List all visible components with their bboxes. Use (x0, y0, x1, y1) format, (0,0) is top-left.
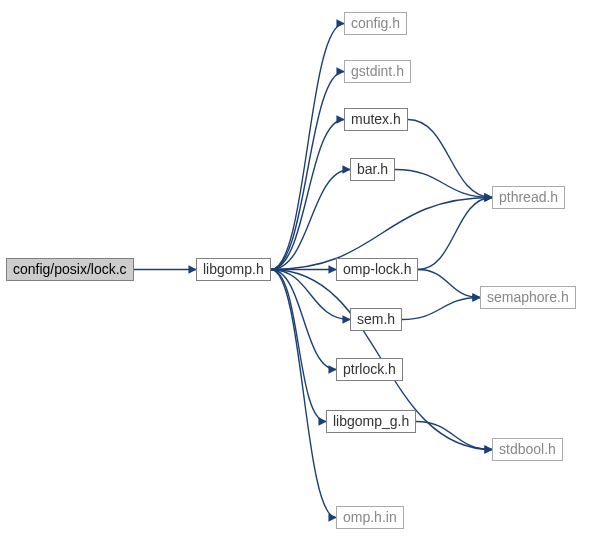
node-pthread[interactable]: pthread.h (492, 186, 565, 209)
edge-libgomp-to-omphin (271, 270, 336, 518)
edge-sem-to-semaphore (402, 298, 480, 320)
edge-libgomp-to-libgompg (271, 270, 326, 422)
node-lockc[interactable]: config/posix/lock.c (6, 258, 134, 281)
node-stdbool[interactable]: stdbool.h (492, 438, 563, 461)
node-mutex[interactable]: mutex.h (344, 108, 408, 131)
edge-omplock-to-semaphore (418, 270, 480, 298)
edge-libgomp-to-mutex (271, 120, 344, 270)
node-libgompg[interactable]: libgomp_g.h (326, 410, 416, 433)
edge-libgomp-to-bar (271, 170, 350, 270)
node-ptrlock[interactable]: ptrlock.h (336, 358, 403, 381)
node-gstdint[interactable]: gstdint.h (344, 60, 411, 83)
edge-mutex-to-pthread (408, 120, 492, 198)
node-omphin[interactable]: omp.h.in (336, 506, 404, 529)
edge-libgompg-to-stdbool (416, 422, 492, 450)
edge-omplock-to-pthread (418, 198, 492, 270)
edge-libgomp-to-ptrlock (271, 270, 336, 370)
dependency-graph: { "chart_data": { "type": "dependency-gr… (0, 0, 592, 544)
node-omplock[interactable]: omp-lock.h (336, 258, 418, 281)
edge-libgomp-to-configh (271, 24, 344, 270)
node-libgomp[interactable]: libgomp.h (196, 258, 271, 281)
node-bar[interactable]: bar.h (350, 158, 395, 181)
node-sem[interactable]: sem.h (350, 308, 402, 331)
node-semaphore[interactable]: semaphore.h (480, 286, 576, 309)
node-configh[interactable]: config.h (344, 12, 407, 35)
edge-bar-to-pthread (395, 170, 492, 198)
edge-libgomp-to-gstdint (271, 72, 344, 270)
